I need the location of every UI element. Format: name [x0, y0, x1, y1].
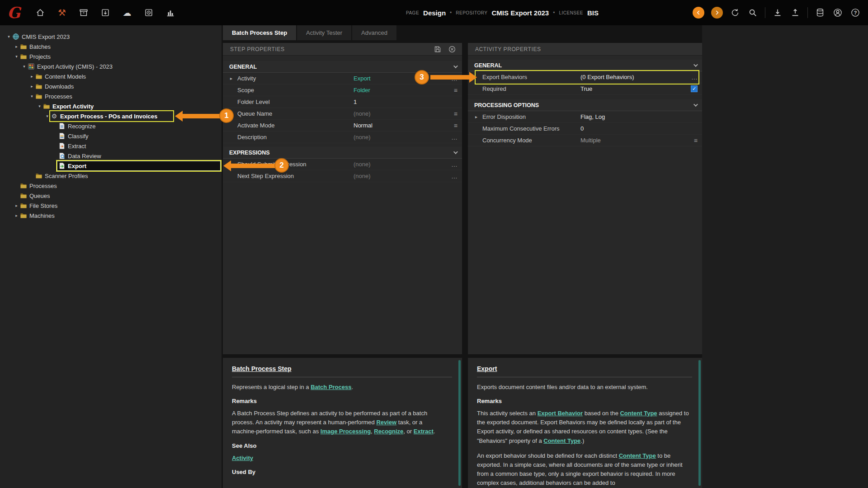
expander-icon[interactable]: ▾ [28, 94, 35, 99]
forward-button[interactable] [711, 7, 723, 19]
refresh-icon[interactable] [730, 7, 741, 18]
tree-item-processes-root[interactable]: Processes [0, 181, 222, 191]
tree-item-export-activity[interactable]: ▾ Export Activity [0, 101, 222, 111]
expander-icon[interactable]: ▾ [44, 114, 51, 118]
database-icon[interactable] [815, 7, 826, 18]
section-general-right[interactable]: GENERAL [468, 60, 702, 71]
help-text: An export behavior should be defined for… [477, 452, 619, 459]
tree-item-export-activity-cmis-2023[interactable]: ▾ Export Activity (CMIS) - 2023 [0, 61, 222, 71]
bar-chart-icon[interactable] [165, 7, 176, 18]
repository-name[interactable]: CMIS Export 2023 [491, 9, 549, 17]
menu-button[interactable]: ≡ [446, 87, 458, 94]
tree-item-export[interactable]: Export [0, 161, 222, 171]
page-name[interactable]: Design [423, 9, 446, 17]
expander-icon[interactable]: ▸ [28, 84, 35, 89]
menu-button[interactable]: ≡ [446, 122, 458, 129]
expander-icon[interactable]: ▸ [13, 203, 20, 208]
expander-icon[interactable]: ▸ [13, 44, 20, 49]
property-row-error-disposition[interactable]: ▸ Error Disposition Flag, Log [468, 111, 702, 123]
help-link[interactable]: Extract [414, 428, 434, 435]
menu-button[interactable]: ≡ [686, 137, 698, 144]
tree-item-data-review[interactable]: Data Review [0, 151, 222, 161]
section-expressions[interactable]: EXPRESSIONS [223, 147, 462, 159]
user-icon[interactable] [832, 7, 843, 18]
ellipsis-button[interactable]: … [446, 173, 458, 180]
tree-item-label: Queues [29, 192, 50, 199]
expander-icon[interactable]: ▾ [21, 64, 28, 69]
property-row-folder-level[interactable]: Folder Level 1 [223, 96, 462, 108]
chevron-down-icon[interactable] [453, 150, 458, 154]
property-row-description[interactable]: Description (none) … [223, 131, 462, 143]
ellipsis-button[interactable]: … [686, 74, 698, 81]
save-icon[interactable] [432, 44, 443, 55]
upload-icon[interactable] [790, 7, 801, 18]
expander-icon[interactable]: ▸ [13, 213, 20, 218]
help-link[interactable]: Recognize [374, 428, 403, 435]
property-row-required[interactable]: Required True ✓ [468, 83, 702, 95]
cloud-upload-icon[interactable]: ☁ [122, 7, 132, 18]
tree-item-machines[interactable]: ▸ Machines [0, 211, 222, 221]
expander-icon[interactable]: ▾ [5, 34, 12, 39]
data-review-icon [58, 152, 66, 160]
property-value: (none) [354, 110, 446, 117]
expander-icon[interactable]: ▸ [230, 76, 237, 81]
tree-item-batches[interactable]: ▸ Batches [0, 42, 222, 52]
ellipsis-button[interactable]: … [446, 161, 458, 168]
box-clock-icon[interactable] [143, 7, 154, 18]
home-icon[interactable] [35, 7, 46, 18]
help-link[interactable]: Content Type [543, 437, 580, 444]
tree-item-projects[interactable]: ▾ Projects [0, 52, 222, 61]
download-icon[interactable] [772, 7, 783, 18]
tree-item-extract[interactable]: Extract [0, 141, 222, 151]
help-icon[interactable] [850, 7, 861, 18]
property-row-export-behaviors[interactable]: Export Behaviors (0 Export Behaviors) … [468, 71, 702, 83]
help-link[interactable]: Activity [232, 455, 253, 461]
property-row-maximum-consecutive-errors[interactable]: Maximum Consecutive Errors 0 [468, 123, 702, 135]
property-row-activate-mode[interactable]: Activate Mode Normal ≡ [223, 120, 462, 131]
tab-activity-tester[interactable]: Activity Tester [297, 25, 351, 40]
box-download-icon[interactable] [100, 7, 111, 18]
help-link[interactable]: Export Behavior [538, 410, 583, 417]
expander-icon[interactable]: ▾ [36, 104, 43, 108]
chevron-down-icon[interactable] [693, 102, 698, 107]
help-link[interactable]: Batch Process [311, 384, 351, 390]
expander-icon[interactable]: ▾ [13, 54, 20, 59]
tree-item-content-models[interactable]: ▸ Content Models [0, 71, 222, 81]
tree-item-classify[interactable]: Classify [0, 131, 222, 141]
help-link[interactable]: Image Processing [321, 428, 371, 435]
ellipsis-button[interactable]: … [446, 134, 458, 141]
required-checkbox[interactable]: ✓ [691, 85, 698, 92]
tree-item-processes-project[interactable]: ▾ Processes [0, 91, 222, 101]
tools-icon[interactable]: ⚒ [57, 7, 67, 18]
tree-item-file-stores[interactable]: ▸ File Stores [0, 201, 222, 211]
cancel-icon[interactable] [447, 44, 458, 55]
tree-item-scanner-profiles[interactable]: Scanner Profiles [0, 171, 222, 181]
tree-item-recognize[interactable]: Recognize [0, 121, 222, 131]
expander-icon[interactable]: ▸ [28, 74, 35, 79]
tree-item-queues[interactable]: Queues [0, 191, 222, 201]
property-row-concurrency-mode[interactable]: Concurrency Mode Multiple ≡ [468, 135, 702, 146]
search-icon[interactable] [747, 7, 758, 18]
section-general[interactable]: GENERAL [223, 61, 462, 73]
help-link[interactable]: Review [376, 419, 396, 426]
grooper-logo[interactable]: G [7, 5, 20, 20]
property-row-queue-name[interactable]: Queue Name (none) ≡ [223, 108, 462, 120]
menu-button[interactable]: ≡ [446, 110, 458, 117]
back-button[interactable] [693, 7, 704, 19]
tree-item-label: CMIS Export 2023 [22, 33, 70, 40]
tree-item-cmis-export-2023[interactable]: ▾ CMIS Export 2023 [0, 32, 222, 42]
scrollbar[interactable] [698, 360, 701, 486]
property-row-scope[interactable]: Scope Folder ≡ [223, 84, 462, 96]
chevron-down-icon[interactable] [453, 64, 458, 68]
property-row-next-step-expression[interactable]: Next Step Expression (none) … [223, 170, 462, 182]
help-link[interactable]: Content Type [619, 452, 656, 459]
expander-icon[interactable]: ▸ [475, 114, 482, 119]
tab-batch-process-step[interactable]: Batch Process Step [223, 25, 296, 40]
scrollbar[interactable] [458, 360, 461, 486]
archive-icon[interactable] [78, 7, 89, 18]
section-processing-options[interactable]: PROCESSING OPTIONS [468, 99, 702, 111]
tree-item-downloads[interactable]: ▸ Downloads [0, 81, 222, 91]
chevron-down-icon[interactable] [693, 62, 698, 67]
tab-advanced[interactable]: Advanced [352, 25, 396, 40]
help-link[interactable]: Content Type [620, 410, 657, 417]
